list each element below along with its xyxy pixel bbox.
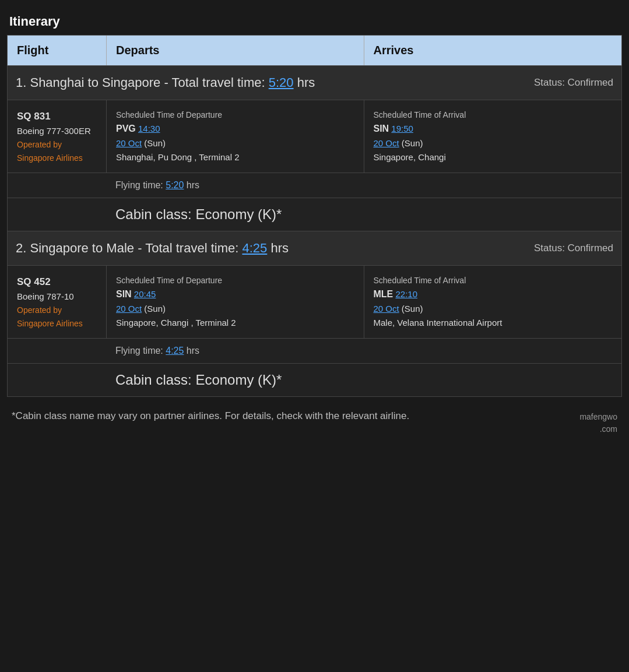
segment-2-title: 2. Singapore to Male - Total travel time…	[16, 241, 289, 256]
segment-2-cabin-class: Cabin class: Economy (K)*	[7, 364, 622, 397]
segment-2-aircraft: Boeing 787-10	[17, 290, 97, 304]
segment-2-header: 2. Singapore to Male - Total travel time…	[7, 231, 622, 266]
segment-2-operated-by: Operated by Singapore Airlines	[17, 304, 97, 330]
segment-1-arrives-col: Scheduled Time of Arrival SIN 19:50 20 O…	[364, 100, 622, 173]
segment-1-status: Status: Confirmed	[534, 77, 613, 89]
segment-2-depart-date: 20 Oct (Sun)	[116, 302, 354, 316]
segment-2-flight-col: SQ 452 Boeing 787-10 Operated by Singapo…	[8, 266, 107, 338]
segment-2-arrive-location: Male, Velana International Airport	[374, 316, 613, 330]
segment-1-title: 1. Shanghai to Singapore - Total travel …	[16, 75, 315, 90]
segment-1-flight-number: SQ 831	[17, 108, 97, 124]
segment-1-detail-row: SQ 831 Boeing 777-300ER Operated by Sing…	[7, 100, 622, 173]
segment-1-aircraft: Boeing 777-300ER	[17, 124, 97, 138]
segment-2-flight-number: SQ 452	[17, 274, 97, 290]
segment-2-depart-airport-time: SIN 20:45	[116, 287, 354, 302]
segment-1-departs-col: Scheduled Time of Departure PVG 14:30 20…	[107, 100, 364, 173]
segment-1-arrive-location: Singapore, Changi	[374, 150, 613, 164]
segment-1-operated-by: Operated by Singapore Airlines	[17, 138, 97, 164]
segment-1-cabin-class: Cabin class: Economy (K)*	[7, 198, 622, 231]
segment-1-arrive-time[interactable]: 19:50	[391, 124, 413, 133]
footer-content: mafengwo.com *Cabin class name may vary …	[12, 409, 617, 435]
segment-1-arrive-label: Scheduled Time of Arrival	[374, 108, 613, 121]
segment-1-depart-label: Scheduled Time of Departure	[116, 108, 354, 121]
footer-note: mafengwo.com *Cabin class name may vary …	[7, 397, 622, 441]
table-header: Flight Departs Arrives	[7, 35, 622, 66]
segment-2-detail-row: SQ 452 Boeing 787-10 Operated by Singapo…	[7, 266, 622, 339]
footer-text: *Cabin class name may vary on partner ai…	[12, 410, 409, 421]
segment-2-departs-col: Scheduled Time of Departure SIN 20:45 20…	[107, 266, 364, 338]
segment-1-depart-airport-time: PVG 14:30	[116, 121, 354, 136]
col-flight: Flight	[8, 36, 107, 65]
segment-2-depart-label: Scheduled Time of Departure	[116, 274, 354, 287]
segment-1-arrive-date: 20 Oct (Sun)	[374, 136, 613, 150]
segment-2-status: Status: Confirmed	[534, 242, 613, 254]
col-arrives: Arrives	[364, 36, 622, 65]
segment-1-travel-time[interactable]: 5:20	[269, 75, 294, 90]
segment-2-flying-time[interactable]: 4:25	[166, 346, 184, 356]
segment-2-arrive-label: Scheduled Time of Arrival	[374, 274, 613, 287]
page-wrapper: Itinerary Flight Departs Arrives 1. Shan…	[0, 0, 629, 453]
segment-1-flight-col: SQ 831 Boeing 777-300ER Operated by Sing…	[8, 100, 107, 173]
segment-1-flying-time[interactable]: 5:20	[166, 180, 184, 190]
segment-1-depart-time[interactable]: 14:30	[138, 124, 160, 133]
segment-2-depart-time[interactable]: 20:45	[134, 289, 156, 299]
watermark: mafengwo.com	[579, 411, 617, 435]
segment-2-arrive-time[interactable]: 22:10	[395, 289, 417, 299]
segment-2: 2. Singapore to Male - Total travel time…	[7, 231, 622, 397]
segment-2-arrive-date: 20 Oct (Sun)	[374, 302, 613, 316]
segment-2-travel-time[interactable]: 4:25	[242, 241, 267, 255]
segment-1-header: 1. Shanghai to Singapore - Total travel …	[7, 66, 622, 100]
segment-2-depart-location: Singapore, Changi , Terminal 2	[116, 316, 354, 330]
segment-2-arrive-airport-time: MLE 22:10	[374, 287, 613, 302]
segment-1-depart-location: Shanghai, Pu Dong , Terminal 2	[116, 150, 354, 164]
segment-2-flying-time-row: Flying time: 4:25 hrs	[7, 339, 622, 364]
segment-1-depart-date: 20 Oct (Sun)	[116, 136, 354, 150]
page-title: Itinerary	[7, 6, 622, 35]
segment-1-flying-time-row: Flying time: 5:20 hrs	[7, 173, 622, 198]
segment-1: 1. Shanghai to Singapore - Total travel …	[7, 66, 622, 231]
segment-1-arrive-airport-time: SIN 19:50	[374, 121, 613, 136]
col-departs: Departs	[107, 36, 364, 65]
segment-2-arrives-col: Scheduled Time of Arrival MLE 22:10 20 O…	[364, 266, 622, 338]
